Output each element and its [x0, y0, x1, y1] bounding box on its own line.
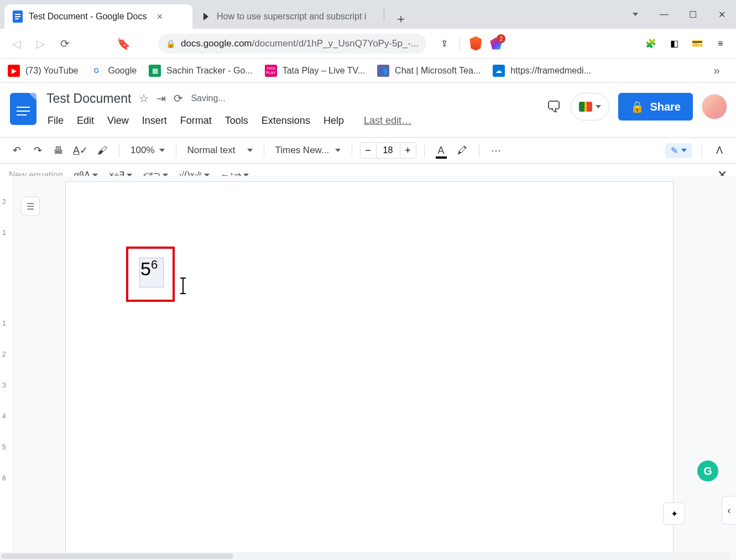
vertical-ruler[interactable]: 2 1 1 2 3 4 5 6	[0, 176, 13, 560]
document-title[interactable]: Test Document	[46, 91, 131, 106]
reload-button[interactable]: ⟳	[53, 32, 76, 55]
docs-logo[interactable]	[10, 93, 36, 125]
font-size-value[interactable]: 18	[376, 143, 400, 158]
highlight-color-button[interactable]: 🖍	[453, 142, 471, 159]
grammarly-icon[interactable]: G	[697, 460, 718, 482]
app-menu-icon[interactable]: ≡	[711, 34, 730, 54]
font-dropdown[interactable]: Times New...	[272, 145, 344, 156]
move-icon[interactable]: ⇥	[156, 92, 166, 105]
pencil-icon: ✎	[671, 145, 678, 156]
brave-badge-count: 2	[497, 34, 505, 43]
brave-shield-icon[interactable]	[466, 34, 486, 54]
menu-extensions[interactable]: Extensions	[260, 113, 311, 129]
equation-content: 56	[140, 258, 158, 280]
chevron-down-icon	[681, 149, 687, 152]
toolbar-separator	[176, 143, 176, 158]
docs-favicon	[12, 11, 23, 22]
scrollbar-thumb[interactable]	[1, 553, 233, 559]
window-controls: — ☐ ✕	[621, 0, 736, 29]
url-box[interactable]: 🔒 docs.google.com/document/d/1hP_y_UsnQ7…	[158, 34, 426, 54]
star-icon[interactable]: ☆	[139, 92, 149, 105]
bookmark-tata[interactable]: TATAPLAYTata Play – Live TV...	[265, 65, 365, 77]
chevron-down-icon	[159, 149, 165, 152]
menubar: File Edit View Insert Format Tools Exten…	[46, 113, 413, 129]
extensions-icon[interactable]: 🧩	[641, 34, 661, 54]
chevron-down-icon	[596, 105, 601, 108]
menu-tools[interactable]: Tools	[224, 113, 249, 129]
print-button[interactable]: 🖶	[50, 142, 67, 159]
tab-close-icon[interactable]: ×	[156, 11, 163, 23]
chevron-down-icon	[335, 149, 341, 152]
menu-view[interactable]: View	[106, 113, 130, 129]
tab-inactive[interactable]: How to use superscript and subscript i	[192, 4, 380, 29]
undo-button[interactable]: ↶	[8, 142, 25, 159]
horizontal-scrollbar[interactable]	[0, 552, 729, 560]
zoom-dropdown[interactable]: 100%	[127, 145, 168, 156]
sheets-icon: ▦	[149, 65, 161, 77]
spellcheck-button[interactable]: A✓	[71, 142, 90, 159]
new-tab-button[interactable]: ＋	[391, 9, 411, 29]
paint-format-button[interactable]: 🖌	[93, 142, 111, 159]
document-outline-button[interactable]: ☰	[21, 197, 40, 216]
tata-icon: TATAPLAY	[265, 65, 277, 77]
addr-sep	[460, 37, 460, 50]
text-color-button[interactable]: A	[432, 142, 450, 159]
minimize-button[interactable]: —	[650, 3, 678, 25]
menu-file[interactable]: File	[46, 113, 65, 129]
chevron-down-icon	[247, 149, 253, 152]
tab-separator	[384, 8, 384, 21]
explore-button[interactable]: ✦	[663, 503, 685, 525]
site-favicon	[200, 11, 211, 22]
cloud-sync-icon: ⟳	[174, 92, 183, 105]
menu-help[interactable]: Help	[322, 113, 345, 129]
menu-format[interactable]: Format	[179, 113, 213, 129]
side-panel-toggle[interactable]: ‹	[722, 496, 736, 525]
comments-icon[interactable]: 🗨	[546, 98, 562, 116]
url-text: docs.google.com/document/d/1hP_y_UsnQ7Yo…	[181, 38, 419, 49]
font-size-decrease[interactable]: −	[361, 145, 376, 156]
wallet-icon[interactable]: 💳	[687, 34, 707, 54]
toolbar-separator	[479, 143, 479, 158]
bookmark-youtube[interactable]: ▶(73) YouTube	[8, 65, 78, 77]
bookmark-icon[interactable]: 🔖	[112, 32, 135, 55]
tab-strip: Test Document - Google Docs × How to use…	[0, 0, 736, 29]
document-page[interactable]	[65, 181, 674, 560]
meet-button[interactable]	[571, 93, 609, 121]
lock-icon: 🔒	[630, 100, 644, 113]
brave-rewards-icon[interactable]: 2	[489, 36, 503, 51]
bookmark-teams[interactable]: 👥Chat | Microsoft Tea...	[377, 65, 481, 77]
more-tools-button[interactable]: ⋯	[487, 142, 505, 159]
toolbar-separator	[352, 143, 352, 158]
onedrive-icon: ☁	[493, 65, 505, 77]
tab-active[interactable]: Test Document - Google Docs ×	[4, 4, 192, 29]
font-size-control: − 18 +	[360, 142, 416, 159]
style-dropdown[interactable]: Normal text	[184, 145, 256, 156]
toolbar-separator	[701, 143, 702, 158]
editing-mode-button[interactable]: ✎	[665, 143, 692, 158]
menu-edit[interactable]: Edit	[76, 113, 95, 129]
share-url-icon[interactable]: ⇪	[434, 34, 454, 54]
maximize-button[interactable]: ☐	[678, 3, 707, 25]
bookmark-onedrive[interactable]: ☁https://framedmedi...	[493, 65, 591, 77]
menu-insert[interactable]: Insert	[141, 113, 168, 129]
address-bar: ◁ ▷ ⟳ 🔖 🔒 docs.google.com/document/d/1hP…	[0, 29, 736, 59]
font-size-increase[interactable]: +	[400, 145, 416, 156]
bookmarks-bar: ▶(73) YouTube GGoogle ▦Sachin Tracker - …	[0, 59, 736, 83]
teams-icon: 👥	[377, 65, 389, 77]
bookmarks-overflow-icon[interactable]: »	[705, 59, 728, 82]
redo-button[interactable]: ↷	[29, 142, 46, 159]
youtube-icon: ▶	[8, 65, 20, 77]
account-avatar[interactable]	[702, 94, 727, 119]
close-window-button[interactable]: ✕	[707, 3, 736, 25]
forward-button[interactable]: ▷	[29, 32, 52, 55]
tab-search-icon[interactable]	[621, 3, 650, 25]
text-cursor-ibeam	[182, 279, 184, 293]
last-edit-link[interactable]: Last edit…	[363, 113, 413, 129]
share-button[interactable]: 🔒 Share	[618, 93, 693, 121]
bookmark-google[interactable]: GGoogle	[90, 65, 137, 77]
lock-icon: 🔒	[166, 39, 175, 48]
back-button[interactable]: ◁	[4, 32, 28, 55]
collapse-toolbar-button[interactable]: ᐱ	[711, 142, 728, 159]
bookmark-sheets[interactable]: ▦Sachin Tracker - Go...	[149, 65, 253, 77]
sidepanel-toggle-icon[interactable]: ◧	[664, 34, 684, 54]
